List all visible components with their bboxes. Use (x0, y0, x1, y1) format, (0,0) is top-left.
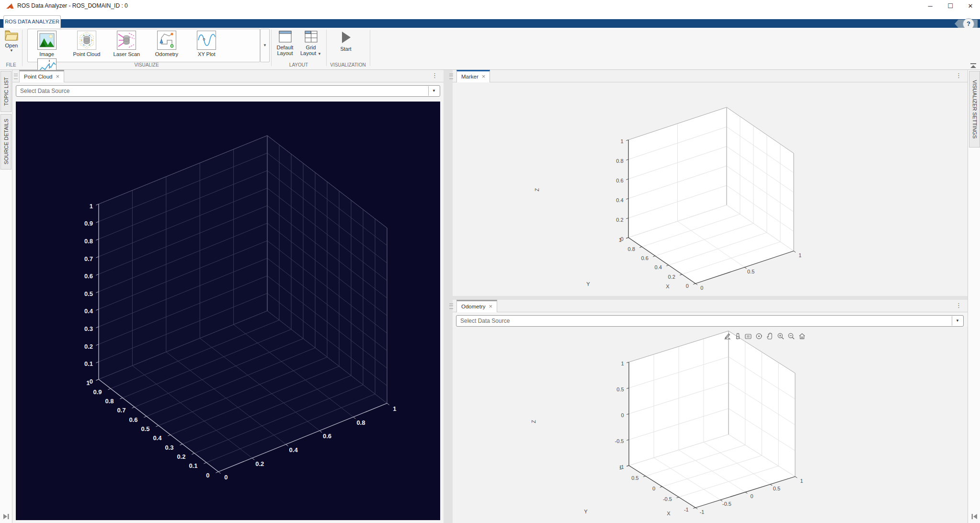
tab-point-cloud[interactable]: Point Cloud× (19, 70, 64, 82)
open-button[interactable]: Open ▼ (2, 30, 21, 53)
point-cloud-data-source-combo[interactable]: Select Data Source ▼ (16, 85, 440, 97)
pan-icon[interactable] (766, 332, 774, 340)
point-cloud-tab-bar: Point Cloud× ⋮ (12, 70, 444, 82)
point-cloud-3d-plot[interactable]: 00.20.40.60.8100.10.20.30.40.50.60.70.80… (16, 102, 440, 520)
close-icon[interactable]: × (489, 303, 493, 310)
svg-text:1: 1 (621, 361, 624, 366)
grid-layout-label-2: Layout ▼ (298, 50, 323, 56)
panel-grip[interactable] (449, 304, 453, 309)
odometry-icon (157, 31, 176, 50)
restore-view-icon[interactable] (798, 332, 806, 340)
point-cloud-icon (77, 31, 96, 50)
svg-text:0: 0 (90, 378, 93, 385)
svg-text:-1: -1 (700, 509, 705, 515)
svg-text:1: 1 (393, 405, 396, 412)
image-button[interactable]: Image (28, 29, 66, 57)
close-button[interactable]: ✕ (961, 0, 980, 12)
tab-odometry[interactable]: Odometry× (456, 300, 497, 312)
laser-scan-button[interactable]: Laser Scan (108, 29, 146, 57)
ribbon-tab-row: ROS DATA ANALYZER ? (0, 12, 980, 28)
title-bar: ROS Data Analyzer - ROS_DOMAIN_ID : 0 ─ … (0, 0, 980, 12)
tab-visualizer-settings[interactable]: VISUALIZER SETTINGS (969, 71, 980, 148)
svg-text:0.6: 0.6 (323, 432, 331, 440)
svg-text:0.4: 0.4 (84, 307, 93, 315)
svg-text:0.2: 0.2 (616, 217, 623, 223)
section-separator (326, 30, 327, 66)
odometry-data-source-combo[interactable]: Select Data Source ▼ (456, 315, 964, 327)
grid-layout-label-1: Grid (298, 45, 323, 50)
expand-right-rail-icon[interactable] (971, 513, 978, 520)
default-layout-button[interactable]: Default Layout (273, 31, 297, 56)
image-icon (37, 31, 57, 50)
source-details-label: SOURCE DETAILS (3, 119, 9, 164)
grid-layout-button[interactable]: Grid Layout ▼ (298, 31, 323, 56)
svg-text:0.7: 0.7 (117, 407, 125, 414)
panel-grip[interactable] (449, 74, 453, 79)
point-cloud-tab-label: Point Cloud (24, 74, 52, 80)
minimize-button[interactable]: ─ (921, 0, 940, 12)
collapse-toolstrip-button[interactable] (970, 63, 976, 68)
tab-source-details[interactable]: SOURCE DETAILS (0, 114, 11, 170)
close-icon[interactable]: × (56, 73, 59, 80)
grid-layout-dropdown-arrow[interactable]: ▼ (318, 52, 321, 56)
svg-text:0: 0 (700, 285, 703, 291)
point-cloud-panel-body: Select Data Source ▼ 00.20.40.60.8100.10… (12, 82, 444, 523)
point-cloud-button[interactable]: Point Cloud (68, 29, 105, 57)
svg-text:0.8: 0.8 (616, 158, 623, 164)
grid-layout-icon (305, 31, 318, 43)
section-separator (370, 30, 370, 66)
open-dropdown-arrow[interactable]: ▼ (2, 48, 21, 53)
svg-text:1: 1 (800, 478, 803, 484)
window-title: ROS Data Analyzer - ROS_DOMAIN_ID : 0 (17, 2, 128, 9)
tab-ros-data-analyzer[interactable]: ROS DATA ANALYZER (3, 15, 61, 28)
brush-icon[interactable] (734, 332, 741, 340)
close-icon[interactable]: × (482, 73, 486, 80)
tab-topic-list[interactable]: TOPIC LIST (0, 71, 11, 112)
svg-text:0.9: 0.9 (84, 220, 93, 227)
svg-text:0.9: 0.9 (93, 388, 102, 396)
zoom-out-icon[interactable] (787, 332, 795, 340)
odometry-3d-plot[interactable]: -1-0.500.51-1-0.500.51-1-0.500.51XYZ (453, 327, 968, 520)
default-layout-label-1: Default (273, 45, 297, 50)
svg-text:0: 0 (224, 474, 228, 481)
panel-options-icon[interactable]: ⋮ (956, 302, 962, 309)
export-icon[interactable] (723, 332, 731, 340)
svg-text:Y: Y (586, 281, 590, 287)
maximize-button[interactable]: ☐ (941, 0, 960, 12)
combo-dropdown-icon[interactable]: ▼ (428, 86, 439, 96)
svg-text:Y: Y (584, 509, 588, 514)
gallery-expand-button[interactable]: ▼ (260, 29, 270, 62)
svg-text:-1: -1 (684, 507, 689, 512)
svg-text:0.7: 0.7 (84, 255, 93, 262)
panel-grip[interactable] (14, 74, 18, 79)
svg-text:-0.5: -0.5 (722, 501, 731, 507)
odometry-tab-bar: Odometry× ⋮ (453, 300, 968, 312)
start-button[interactable]: Start (333, 31, 358, 52)
laser-scan-label: Laser Scan (108, 51, 146, 57)
panel-options-icon[interactable]: ⋮ (432, 72, 438, 79)
odometry-button[interactable]: Odometry (148, 29, 185, 57)
svg-text:1: 1 (620, 138, 623, 144)
image-label: Image (28, 51, 66, 57)
zoom-in-icon[interactable] (777, 332, 785, 340)
odometry-label: Odometry (148, 51, 185, 57)
svg-text:0.6: 0.6 (641, 255, 648, 261)
xy-plot-button[interactable]: XY Plot (188, 29, 226, 57)
panel-options-icon[interactable]: ⋮ (956, 72, 962, 79)
rotate-icon[interactable] (755, 332, 763, 340)
xy-plot-label: XY Plot (188, 51, 226, 57)
datatips-icon[interactable] (744, 332, 752, 340)
default-layout-label-2: Layout (273, 50, 297, 56)
svg-text:X: X (666, 284, 670, 289)
xy-plot-icon (197, 31, 216, 50)
tab-marker[interactable]: Marker× (456, 70, 490, 82)
section-label-file: FILE (0, 62, 22, 68)
marker-3d-plot[interactable]: 00.5100.20.40.60.8100.20.40.60.81XYZ (453, 82, 968, 296)
svg-text:0.5: 0.5 (773, 486, 780, 491)
expand-left-rail-icon[interactable] (2, 513, 10, 520)
svg-text:0.4: 0.4 (654, 264, 661, 270)
combo-dropdown-icon[interactable]: ▼ (952, 316, 963, 326)
svg-text:0.5: 0.5 (84, 290, 93, 297)
combo-placeholder: Select Data Source (460, 318, 510, 324)
visualizer-settings-label: VISUALIZER SETTINGS (972, 80, 978, 138)
